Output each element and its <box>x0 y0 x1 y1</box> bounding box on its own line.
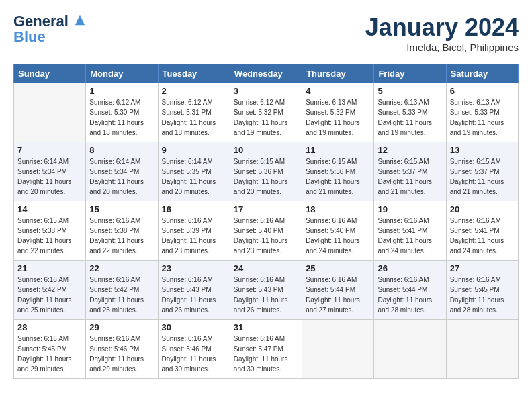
day-info: Sunrise: 6:13 AMSunset: 5:32 PMDaylight:… <box>306 97 370 138</box>
calendar-header-row: SundayMondayTuesdayWednesdayThursdayFrid… <box>14 64 519 83</box>
day-info: Sunrise: 6:15 AMSunset: 5:37 PMDaylight:… <box>378 156 442 197</box>
day-info: Sunrise: 6:15 AMSunset: 5:37 PMDaylight:… <box>450 156 515 197</box>
day-info: Sunrise: 6:16 AMSunset: 5:44 PMDaylight:… <box>378 275 442 315</box>
day-info: Sunrise: 6:15 AMSunset: 5:36 PMDaylight:… <box>306 156 370 197</box>
month-title: January 2024 <box>365 13 519 42</box>
calendar-cell: 24Sunrise: 6:16 AMSunset: 5:43 PMDayligh… <box>230 261 302 320</box>
day-info: Sunrise: 6:16 AMSunset: 5:45 PMDaylight:… <box>450 275 515 315</box>
day-info: Sunrise: 6:16 AMSunset: 5:42 PMDaylight:… <box>89 275 154 315</box>
svg-marker-0 <box>75 15 85 25</box>
day-info: Sunrise: 6:16 AMSunset: 5:39 PMDaylight:… <box>162 216 226 256</box>
calendar-cell: 31Sunrise: 6:16 AMSunset: 5:47 PMDayligh… <box>230 320 302 379</box>
calendar-cell: 16Sunrise: 6:16 AMSunset: 5:39 PMDayligh… <box>158 201 230 261</box>
calendar-cell: 9Sunrise: 6:14 AMSunset: 5:35 PMDaylight… <box>158 142 230 201</box>
calendar-cell: 17Sunrise: 6:16 AMSunset: 5:40 PMDayligh… <box>230 201 302 261</box>
day-info: Sunrise: 6:16 AMSunset: 5:42 PMDaylight:… <box>17 275 82 315</box>
calendar-cell: 27Sunrise: 6:16 AMSunset: 5:45 PMDayligh… <box>446 261 518 320</box>
calendar-week-row: 21Sunrise: 6:16 AMSunset: 5:42 PMDayligh… <box>14 261 519 320</box>
calendar-cell <box>302 320 374 379</box>
day-number: 5 <box>378 86 442 96</box>
calendar-cell: 21Sunrise: 6:16 AMSunset: 5:42 PMDayligh… <box>14 261 86 320</box>
calendar-cell: 4Sunrise: 6:13 AMSunset: 5:32 PMDaylight… <box>302 83 374 142</box>
calendar-cell: 30Sunrise: 6:16 AMSunset: 5:46 PMDayligh… <box>158 320 230 379</box>
calendar-cell: 1Sunrise: 6:12 AMSunset: 5:30 PMDaylight… <box>86 83 158 142</box>
location-subtitle: Imelda, Bicol, Philippines <box>365 42 519 53</box>
calendar-week-row: 7Sunrise: 6:14 AMSunset: 5:34 PMDaylight… <box>14 142 519 201</box>
day-number: 22 <box>89 263 154 273</box>
calendar-cell: 6Sunrise: 6:13 AMSunset: 5:33 PMDaylight… <box>446 83 518 142</box>
calendar-cell: 20Sunrise: 6:16 AMSunset: 5:41 PMDayligh… <box>446 201 518 261</box>
day-info: Sunrise: 6:13 AMSunset: 5:33 PMDaylight:… <box>450 97 515 138</box>
day-info: Sunrise: 6:12 AMSunset: 5:30 PMDaylight:… <box>89 97 154 138</box>
day-number: 17 <box>234 204 298 214</box>
calendar-cell: 11Sunrise: 6:15 AMSunset: 5:36 PMDayligh… <box>302 142 374 201</box>
calendar-cell: 8Sunrise: 6:14 AMSunset: 5:34 PMDaylight… <box>86 142 158 201</box>
day-number: 28 <box>17 322 82 332</box>
calendar-week-row: 28Sunrise: 6:16 AMSunset: 5:45 PMDayligh… <box>14 320 519 379</box>
day-info: Sunrise: 6:16 AMSunset: 5:43 PMDaylight:… <box>234 275 298 315</box>
page-header: General Blue January 2024 Imelda, Bicol,… <box>13 13 519 53</box>
day-of-week-header: Monday <box>86 64 158 83</box>
day-info: Sunrise: 6:15 AMSunset: 5:38 PMDaylight:… <box>17 216 82 256</box>
day-number: 10 <box>234 145 298 155</box>
calendar-cell: 19Sunrise: 6:16 AMSunset: 5:41 PMDayligh… <box>374 201 446 261</box>
day-number: 26 <box>378 263 442 273</box>
calendar-cell: 25Sunrise: 6:16 AMSunset: 5:44 PMDayligh… <box>302 261 374 320</box>
day-info: Sunrise: 6:16 AMSunset: 5:45 PMDaylight:… <box>17 334 82 374</box>
day-info: Sunrise: 6:16 AMSunset: 5:44 PMDaylight:… <box>306 275 370 315</box>
day-of-week-header: Saturday <box>446 64 518 83</box>
day-number: 19 <box>378 204 442 214</box>
logo: General Blue <box>13 13 86 44</box>
calendar-cell: 2Sunrise: 6:12 AMSunset: 5:31 PMDaylight… <box>158 83 230 142</box>
day-number: 30 <box>162 322 226 332</box>
calendar-cell <box>14 83 86 142</box>
day-number: 20 <box>450 204 515 214</box>
day-number: 8 <box>89 145 154 155</box>
day-number: 3 <box>234 86 298 96</box>
day-info: Sunrise: 6:16 AMSunset: 5:47 PMDaylight:… <box>234 334 298 374</box>
day-of-week-header: Wednesday <box>230 64 302 83</box>
calendar-cell: 13Sunrise: 6:15 AMSunset: 5:37 PMDayligh… <box>446 142 518 201</box>
day-info: Sunrise: 6:16 AMSunset: 5:41 PMDaylight:… <box>450 216 515 256</box>
day-number: 15 <box>89 204 154 214</box>
calendar-cell: 3Sunrise: 6:12 AMSunset: 5:32 PMDaylight… <box>230 83 302 142</box>
calendar-table: SundayMondayTuesdayWednesdayThursdayFrid… <box>13 64 519 379</box>
logo-icon <box>74 14 86 26</box>
logo-text: General <box>13 13 86 30</box>
day-number: 23 <box>162 263 226 273</box>
day-number: 16 <box>162 204 226 214</box>
calendar-cell: 29Sunrise: 6:16 AMSunset: 5:46 PMDayligh… <box>86 320 158 379</box>
day-number: 7 <box>17 145 82 155</box>
day-info: Sunrise: 6:15 AMSunset: 5:36 PMDaylight:… <box>234 156 298 197</box>
day-of-week-header: Friday <box>374 64 446 83</box>
day-number: 31 <box>234 322 298 332</box>
day-info: Sunrise: 6:16 AMSunset: 5:46 PMDaylight:… <box>162 334 226 374</box>
day-info: Sunrise: 6:16 AMSunset: 5:43 PMDaylight:… <box>162 275 226 315</box>
day-number: 18 <box>306 204 370 214</box>
day-info: Sunrise: 6:14 AMSunset: 5:34 PMDaylight:… <box>89 156 154 197</box>
day-info: Sunrise: 6:12 AMSunset: 5:32 PMDaylight:… <box>234 97 298 138</box>
calendar-cell: 5Sunrise: 6:13 AMSunset: 5:33 PMDaylight… <box>374 83 446 142</box>
day-number: 14 <box>17 204 82 214</box>
logo-blue: Blue <box>13 30 86 44</box>
day-number: 9 <box>162 145 226 155</box>
day-number: 1 <box>89 86 154 96</box>
day-number: 29 <box>89 322 154 332</box>
calendar-week-row: 1Sunrise: 6:12 AMSunset: 5:30 PMDaylight… <box>14 83 519 142</box>
calendar-cell: 23Sunrise: 6:16 AMSunset: 5:43 PMDayligh… <box>158 261 230 320</box>
day-info: Sunrise: 6:16 AMSunset: 5:46 PMDaylight:… <box>89 334 154 374</box>
day-info: Sunrise: 6:16 AMSunset: 5:40 PMDaylight:… <box>234 216 298 256</box>
day-number: 4 <box>306 86 370 96</box>
day-of-week-header: Thursday <box>302 64 374 83</box>
day-number: 24 <box>234 263 298 273</box>
day-number: 12 <box>378 145 442 155</box>
day-number: 2 <box>162 86 226 96</box>
calendar-cell: 22Sunrise: 6:16 AMSunset: 5:42 PMDayligh… <box>86 261 158 320</box>
calendar-cell <box>374 320 446 379</box>
day-of-week-header: Sunday <box>14 64 86 83</box>
day-number: 13 <box>450 145 515 155</box>
day-number: 27 <box>450 263 515 273</box>
calendar-cell: 26Sunrise: 6:16 AMSunset: 5:44 PMDayligh… <box>374 261 446 320</box>
day-of-week-header: Tuesday <box>158 64 230 83</box>
calendar-cell: 28Sunrise: 6:16 AMSunset: 5:45 PMDayligh… <box>14 320 86 379</box>
